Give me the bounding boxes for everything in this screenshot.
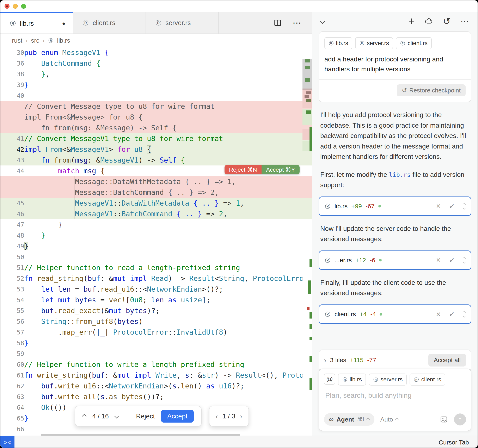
line-number: 44	[0, 167, 24, 175]
code-text: fn write_string(buf: &mut impl Write, s:…	[24, 370, 302, 381]
accept-file-icon[interactable]: ✓	[449, 202, 455, 210]
deletions: -4	[371, 311, 376, 318]
deleted-line: impl From<&Message> for u8 {	[0, 112, 312, 122]
pager-next-icon[interactable]: ›	[240, 412, 242, 420]
pager-count: 1 / 3	[222, 412, 235, 420]
code-line: 63 buf.write_all(s.as_bytes())?;	[0, 391, 312, 402]
remote-window-icon[interactable]: ><	[0, 436, 14, 448]
reject-button[interactable]: Reject	[136, 412, 155, 420]
code-text: impl From<&MessageV1> for u8 {	[24, 144, 302, 155]
code-text: let mut bytes = vec![0u8; len as usize];	[24, 294, 302, 305]
tab-server.rs[interactable]: Rserver.rs	[146, 12, 219, 33]
accept-file-icon[interactable]: ✓	[449, 310, 455, 318]
chat-more-icon[interactable]: ⋯	[460, 16, 469, 26]
chevron-down-icon	[463, 206, 466, 210]
unsaved-dot	[380, 313, 382, 316]
diff-next-icon[interactable]	[114, 414, 119, 419]
context-pill-lib.rs[interactable]: Rlib.rs	[324, 37, 352, 49]
user-message-card: Rlib.rsRserver.rsRclient.rs add a header…	[319, 32, 471, 102]
scrollbar-thumb[interactable]	[302, 59, 312, 90]
split-editor-icon[interactable]	[274, 19, 282, 27]
context-pill-server.rs[interactable]: Rserver.rs	[355, 37, 393, 49]
breadcrumb: rust›src›Rlib.rs	[0, 34, 312, 47]
model-selector[interactable]: Auto	[380, 416, 398, 423]
history-icon[interactable]: ↺	[443, 16, 451, 26]
file-change-card-lib.rs[interactable]: Rlib.rs+99-67×✓	[319, 197, 471, 216]
code-line: 52fn read_string(buf: &mut impl Read) ->…	[0, 273, 312, 284]
chevron-up-icon	[463, 257, 466, 260]
dismiss-icon[interactable]: ×	[436, 202, 440, 211]
file-change-card-...er.rs[interactable]: R...er.rs+12-6×✓	[319, 250, 471, 270]
minimap-mark	[309, 312, 312, 319]
chat-input-card[interactable]: @ Rlib.rsRserver.rsRclient.rs Plan, sear…	[319, 369, 471, 431]
inline-accept-button[interactable]: Accept ⌘Y	[262, 165, 300, 174]
editor-actions: ⋯	[274, 12, 312, 33]
close-window-button[interactable]	[5, 4, 10, 9]
code-line: 36 BatchCommand {	[0, 58, 312, 69]
minimap[interactable]	[302, 47, 312, 435]
added-line: 41// Convert MessageV1 type to u8 for wi…	[0, 133, 312, 144]
tab-client.rs[interactable]: Rclient.rs	[73, 12, 146, 33]
code-text: let len = buf.read_u16::<NetworkEndian>(…	[24, 284, 302, 294]
zoom-window-button[interactable]	[21, 4, 26, 9]
cloud-icon[interactable]	[425, 17, 433, 25]
minimap-mark	[306, 110, 311, 114]
accept-button[interactable]: Accept	[161, 410, 194, 422]
svg-text:R: R	[361, 42, 363, 45]
diff-nav-bar: 4 / 16 Reject Accept	[75, 406, 201, 427]
context-pill-client.rs[interactable]: Rclient.rs	[396, 37, 432, 49]
collapse-chat-icon[interactable]	[320, 19, 325, 24]
code-line: 48 }	[0, 230, 312, 241]
svg-text:R: R	[327, 205, 329, 208]
chat-input-placeholder[interactable]: Plan, search, build anything	[325, 391, 465, 399]
line-number: 43	[0, 157, 24, 164]
tab-bar: Rlib.rs●Rclient.rsRserver.rs ⋯	[0, 12, 312, 34]
expand-files-icon[interactable]: ›	[324, 356, 326, 364]
editor-more-icon[interactable]: ⋯	[293, 18, 302, 28]
composer-pill-server.rs[interactable]: Rserver.rs	[369, 374, 407, 385]
context-pill-label: lib.rs	[336, 40, 348, 46]
code-text: impl From<&Message> for u8 {	[24, 112, 302, 122]
line-number: 30	[0, 49, 24, 56]
file-name: lib.rs	[334, 203, 347, 210]
code-text: pub enum MessageV1 {	[24, 47, 302, 58]
line-number: 50	[0, 253, 24, 261]
breadcrumb-item[interactable]: rust	[12, 37, 22, 44]
tab-lib.rs[interactable]: Rlib.rs●	[0, 12, 73, 33]
dismiss-icon[interactable]: ×	[436, 310, 440, 319]
accept-all-button[interactable]: Accept all	[428, 354, 466, 366]
restore-checkpoint-button[interactable]: ↺ Restore checkpoint	[397, 84, 465, 96]
breadcrumb-item[interactable]: lib.rs	[57, 37, 70, 44]
agent-mode-selector[interactable]: ∞ Agent ⌘I	[324, 413, 374, 426]
breadcrumb-item[interactable]: src	[31, 37, 39, 44]
code-editor[interactable]: 30pub enum MessageV1 {36 BatchCommand {3…	[0, 47, 312, 435]
accept-file-icon[interactable]: ✓	[449, 256, 455, 264]
dismiss-icon[interactable]: ×	[436, 256, 440, 264]
code-text: }	[24, 338, 302, 348]
add-context-button[interactable]: @	[324, 374, 335, 385]
expand-icon[interactable]	[463, 203, 465, 209]
composer-pill-lib.rs[interactable]: Rlib.rs	[338, 374, 366, 385]
assistant-paragraph: First, let me modify the lib.rs file to …	[320, 169, 470, 190]
assistant-paragraph: Now I'll update the server code to handl…	[320, 223, 470, 244]
new-chat-icon[interactable]: +	[409, 15, 415, 27]
indent-guide	[41, 69, 41, 79]
expand-icon[interactable]	[463, 257, 465, 263]
send-button[interactable]: ↑	[454, 413, 466, 425]
files-summary: › 3 files +115 -77 Accept all	[319, 350, 471, 371]
diff-prev-icon[interactable]	[82, 414, 87, 419]
image-attach-icon[interactable]	[440, 416, 448, 423]
chat-flow: I'll help you add protocol versioning to…	[319, 110, 471, 324]
rust-icon: R	[10, 20, 16, 27]
code-text: buf.write_u16::<NetworkEndian>(s.len() a…	[24, 381, 302, 391]
pager-prev-icon[interactable]: ‹	[216, 412, 218, 420]
inline-reject-button[interactable]: Reject ⌘N	[225, 165, 262, 174]
composer-pill-client.rs[interactable]: Rclient.rs	[409, 374, 445, 385]
minimize-window-button[interactable]	[13, 4, 18, 9]
svg-text:R: R	[12, 21, 14, 26]
code-line: 56 String::from_utf8(bytes)	[0, 316, 312, 327]
file-change-card-client.rs[interactable]: Rclient.rs+4-4×✓	[319, 304, 471, 324]
expand-icon[interactable]	[463, 311, 465, 317]
rust-icon: R	[359, 40, 365, 46]
indent-guide	[58, 209, 58, 219]
